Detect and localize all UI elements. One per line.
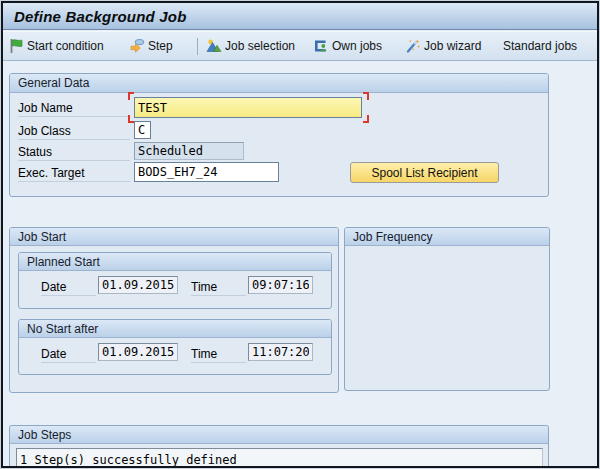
planned-start-group: Planned Start Date Time: [18, 252, 332, 309]
job-frequency-group: Job Frequency: [344, 227, 550, 391]
job-class-input[interactable]: [134, 121, 151, 139]
job-class-label: Job Class: [18, 124, 130, 140]
app-toolbar: Start condition Step Job selection: [3, 31, 597, 61]
flag-icon: [8, 38, 24, 54]
exec-target-label: Exec. Target: [18, 166, 130, 182]
job-wizard-button[interactable]: Job wizard: [405, 38, 481, 54]
step-icon: [129, 38, 145, 54]
group-title: Job Frequency: [345, 228, 549, 246]
start-condition-button[interactable]: Start condition: [8, 38, 104, 54]
toolbar-item-label: Job wizard: [424, 39, 481, 53]
planned-date-label: Date: [41, 280, 96, 296]
exec-target-input[interactable]: [134, 162, 279, 182]
no-start-after-group: No Start after Date Time: [18, 319, 332, 375]
mountains-icon: [206, 38, 222, 54]
no-start-time-label: Time: [191, 347, 246, 363]
general-data-group: General Data Job Name Job Class Status S…: [9, 73, 549, 197]
standard-jobs-button[interactable]: Standard jobs: [503, 39, 577, 53]
planned-date-field[interactable]: [98, 276, 178, 294]
sap-window: Define Background Job Start condition St…: [0, 0, 600, 469]
status-value-field: Scheduled: [134, 142, 244, 160]
status-label: Status: [18, 145, 130, 161]
job-start-group: Job Start Planned Start Date Time No Sta…: [9, 227, 339, 393]
toolbar-item-label: Job selection: [225, 39, 295, 53]
job-name-input[interactable]: [134, 97, 362, 118]
page-title: Define Background Job: [3, 8, 187, 25]
no-start-time-field[interactable]: [248, 343, 313, 361]
wand-icon: [405, 38, 421, 54]
no-start-date-field[interactable]: [98, 343, 178, 361]
group-title: No Start after: [19, 320, 331, 338]
group-title: Job Start: [10, 228, 338, 246]
planned-time-label: Time: [191, 280, 246, 296]
job-steps-message: 1 Step(s) successfully defined: [16, 448, 543, 469]
toolbar-separator: [197, 38, 198, 55]
step-button[interactable]: Step: [129, 38, 173, 54]
group-title: Job Steps: [10, 426, 548, 444]
window-titlebar: Define Background Job: [3, 3, 597, 30]
job-name-label: Job Name: [18, 101, 130, 117]
own-jobs-icon: [313, 38, 329, 54]
group-title: Planned Start: [19, 253, 331, 271]
no-start-date-label: Date: [41, 347, 96, 363]
toolbar-item-label: Own jobs: [332, 39, 382, 53]
toolbar-item-label: Step: [148, 39, 173, 53]
planned-time-field[interactable]: [248, 276, 313, 294]
job-steps-group: Job Steps 1 Step(s) successfully defined: [9, 425, 549, 469]
group-title: General Data: [10, 74, 548, 93]
spool-list-recipient-button[interactable]: Spool List Recipient: [350, 162, 499, 183]
job-selection-button[interactable]: Job selection: [206, 38, 295, 54]
toolbar-item-label: Start condition: [27, 39, 104, 53]
own-jobs-button[interactable]: Own jobs: [313, 38, 382, 54]
toolbar-item-label: Standard jobs: [503, 39, 577, 53]
